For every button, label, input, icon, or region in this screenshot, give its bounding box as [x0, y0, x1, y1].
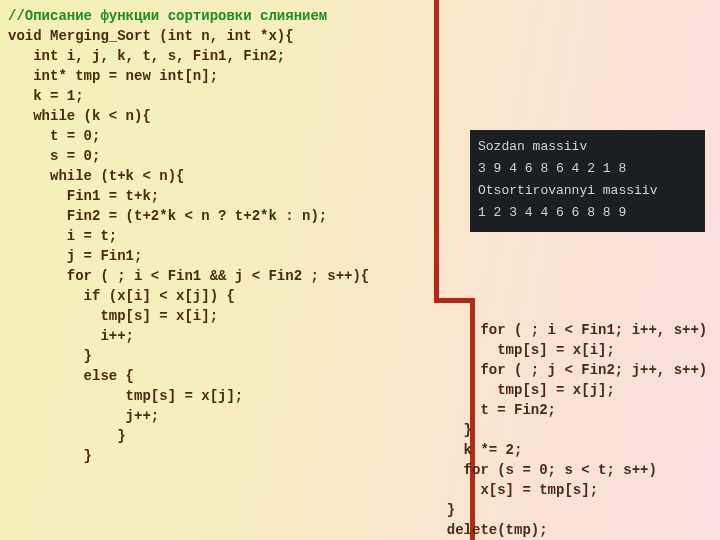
slide: //Описание функции сортировки слиянием v… [0, 0, 720, 540]
console-output: Sozdan massiiv 3 9 4 6 8 6 4 2 1 8 Otsor… [470, 130, 705, 232]
code-lines-left: void Merging_Sort (int n, int *x){ int i… [8, 28, 369, 464]
divider-horizontal [434, 298, 474, 303]
console-line: 1 2 3 4 4 6 6 8 8 9 [478, 202, 697, 224]
console-line: Sozdan massiiv [478, 136, 697, 158]
divider-vertical-top [434, 0, 439, 300]
console-line: Otsortirovannyi massiiv [478, 180, 697, 202]
code-lines-right: for ( ; i < Fin1; i++, s++) tmp[s] = x[i… [430, 322, 707, 540]
console-line: 3 9 4 6 8 6 4 2 1 8 [478, 158, 697, 180]
code-block-right: for ( ; i < Fin1; i++, s++) tmp[s] = x[i… [430, 320, 707, 540]
code-block-left: //Описание функции сортировки слиянием v… [8, 6, 369, 466]
code-comment: //Описание функции сортировки слиянием [8, 8, 327, 24]
